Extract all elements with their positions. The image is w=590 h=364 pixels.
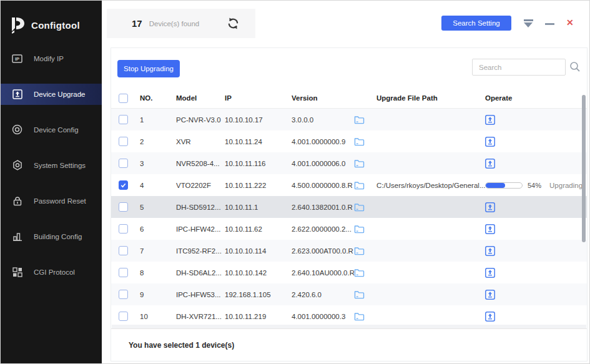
table-body: 1 PC-NVR-V3.0 10.10.10.17 3.0.0.0 2 XVR … [111,109,587,327]
brand-name: Configtool [31,20,80,31]
row-no: 3 [140,160,176,167]
upgrade-icon[interactable] [485,290,587,300]
sidebar-item-system-settings[interactable]: System Settings [1,147,102,183]
main-area: 17 Device(s) found Search Setting ✕ Stop… [102,1,590,363]
system-settings-icon [12,160,22,170]
upgrade-icon[interactable] [485,202,587,212]
upgrade-icon[interactable] [485,268,587,278]
upgrade-icon[interactable] [485,137,587,147]
stop-upgrading-button[interactable]: Stop Upgrading [117,60,180,77]
row-model: NVR5208-4... [176,160,225,167]
sidebar-item-device-config[interactable]: Device Config [1,112,102,147]
upgrade-icon[interactable] [485,246,587,256]
table-row[interactable]: 2 XVR 10.10.11.24 4.001.0000000.9 [111,130,587,152]
row-version: 4.500.0000000.8.R [292,182,354,189]
device-count-box: 17 Device(s) found [107,9,255,38]
col-header-no: NO. [140,94,176,102]
selection-footer: You have selected 1 device(s) [111,328,587,361]
row-checkbox[interactable] [119,180,128,190]
row-no: 10 [140,313,176,320]
row-no: 9 [140,291,176,298]
device-upgrade-panel: Stop Upgrading NO. Model IP Version Upgr… [111,47,588,362]
device-count-label: Device(s) found [149,20,200,27]
browse-file-icon[interactable] [354,224,376,234]
col-header-ip: IP [225,94,292,102]
row-upgrade-path: C:/Users/rkoys/Desktop/General... [376,182,485,189]
row-checkbox[interactable] [119,268,128,277]
table-row[interactable]: 9 IPC-HFW53... 192.168.1.105 2.420.6.0 [111,283,587,305]
table-row[interactable]: 6 IPC-HFW42... 10.10.11.62 2.622.0000000… [111,218,587,240]
row-ip: 10.10.11.222 [225,182,292,189]
row-checkbox[interactable] [119,202,128,212]
row-version: 2.640.10AU000.0.R [292,269,354,277]
sidebar-item-modify-ip[interactable]: IP Modify IP [1,41,102,76]
upgrade-icon[interactable] [485,115,587,125]
svg-text:IP: IP [15,56,19,62]
browse-file-icon[interactable] [354,180,376,190]
progress-percent: 54% [528,182,541,189]
row-version: 2.622.0000000.2... [292,225,354,233]
browse-file-icon[interactable] [354,137,376,146]
row-ip: 10.10.11.62 [225,225,292,233]
row-checkbox[interactable] [119,312,128,321]
table-row[interactable]: 4 VTO2202F 10.10.11.222 4.500.0000000.8.… [111,174,587,196]
row-checkbox[interactable] [119,115,128,124]
row-checkbox[interactable] [119,290,128,299]
browse-file-icon[interactable] [354,159,376,168]
browse-file-icon[interactable] [354,115,376,124]
row-model: IPC-HFW42... [176,225,225,233]
table-row[interactable]: 7 ITC952-RF2... 10.10.10.114 2.623.000AT… [111,240,587,262]
row-model: XVR [176,138,225,145]
password-reset-icon [12,195,22,206]
select-all-checkbox[interactable] [119,94,128,103]
row-ip: 10.10.11.116 [225,160,292,167]
search-setting-button[interactable]: Search Setting [441,16,511,31]
row-checkbox[interactable] [119,246,128,255]
scrollbar-thumb[interactable] [582,95,586,242]
row-ip: 10.10.10.142 [225,269,292,277]
table-row[interactable]: 3 NVR5208-4... 10.10.11.116 4.001.000000… [111,152,587,174]
sidebar-item-building-config[interactable]: Building Config [1,219,102,254]
row-version: 4.001.0000006.0 [292,160,354,167]
col-header-upgrade-file-path: Upgrade File Path [376,94,485,102]
sidebar-item-password-reset[interactable]: Password Reset [1,183,102,219]
minimize-icon[interactable] [545,23,554,25]
browse-file-icon[interactable] [354,268,376,277]
row-version: 2.640.1382001.0.R [292,204,354,211]
skin-dropdown-icon[interactable] [524,19,534,27]
row-checkbox[interactable] [119,159,128,168]
row-checkbox[interactable] [119,224,128,234]
upgrade-icon[interactable] [485,224,587,234]
table-row[interactable]: 5 DH-SD5912... 10.10.11.1 2.640.1382001.… [111,196,587,218]
sidebar-item-device-upgrade[interactable]: Device Upgrade [1,76,102,112]
search-input[interactable] [472,59,566,76]
row-version: 4.001.0000000.3 [292,313,354,320]
progress-bar [485,182,523,189]
building-config-icon [12,231,22,242]
table-header-row: NO. Model IP Version Upgrade File Path O… [111,88,587,109]
brand-logo: Configtool [1,1,102,39]
close-icon[interactable]: ✕ [566,17,574,27]
sidebar-item-cgi-protocol[interactable]: CGI Protocol [1,254,102,290]
row-version: 2.420.6.0 [292,291,354,298]
row-checkbox[interactable] [119,137,128,146]
table-row[interactable]: 10 DH-XVR721... 10.10.11.219 4.001.00000… [111,305,587,327]
table-row[interactable]: 8 DH-SD6AL2... 10.10.10.142 2.640.10AU00… [111,262,587,283]
browse-file-icon[interactable] [354,202,376,212]
row-no: 2 [140,138,176,145]
row-model: ITC952-RF2... [176,247,225,255]
upgrade-icon[interactable] [485,159,587,169]
browse-file-icon[interactable] [354,290,376,299]
table-row[interactable]: 1 PC-NVR-V3.0 10.10.10.17 3.0.0.0 [111,109,587,130]
row-no: 6 [140,225,176,233]
row-ip: 10.10.10.114 [225,247,292,255]
row-model: PC-NVR-V3.0 [176,116,225,124]
row-no: 4 [140,182,176,189]
upgrade-icon[interactable] [485,312,587,322]
browse-file-icon[interactable] [354,246,376,255]
search-icon[interactable] [569,61,581,75]
col-header-version: Version [292,94,354,102]
row-version: 4.001.0000000.9 [292,138,354,145]
browse-file-icon[interactable] [354,312,376,321]
refresh-icon[interactable] [227,17,240,30]
